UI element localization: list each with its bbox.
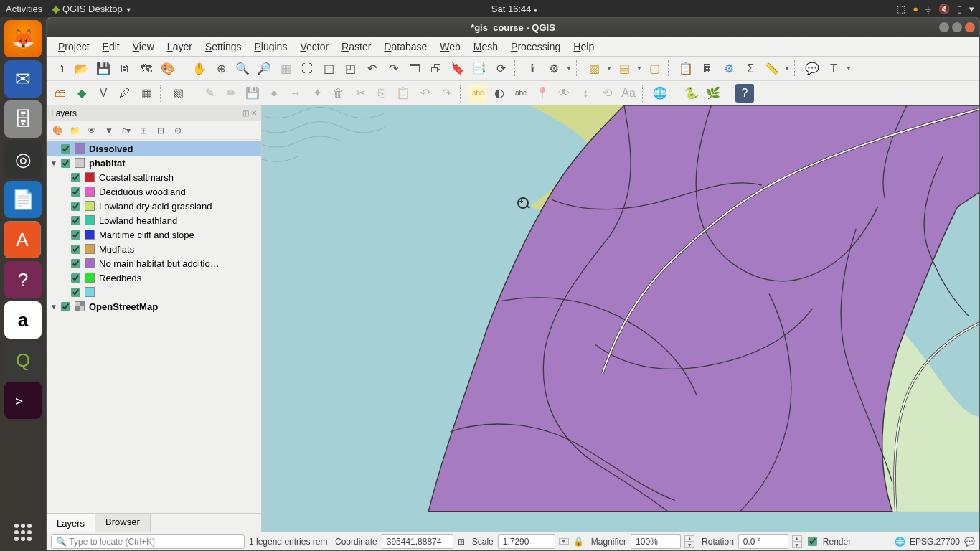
expand-icon[interactable]: ▼ <box>50 159 58 167</box>
menu-processing[interactable]: Processing <box>505 39 566 54</box>
firefox-launcher[interactable]: 🦊 <box>4 20 42 57</box>
crs-label[interactable]: EPSG:27700 <box>910 537 960 547</box>
style-manager-icon[interactable]: 🎨 <box>159 60 177 78</box>
deselect-icon[interactable]: ▢ <box>645 60 664 78</box>
menu-help[interactable]: Help <box>567 39 600 54</box>
scale-field[interactable]: 1:7290 <box>498 534 555 549</box>
browser-tab[interactable]: Browser <box>95 514 151 532</box>
record-icon[interactable]: ● <box>913 4 918 14</box>
layer-visibility-checkbox[interactable] <box>71 173 80 182</box>
close-panel-icon[interactable]: ✕ <box>251 109 257 117</box>
refresh-icon[interactable]: ⟳ <box>491 60 510 78</box>
extents-toggle-icon[interactable]: ⊞ <box>458 537 465 547</box>
zoom-out-icon[interactable]: 🔎 <box>255 60 273 78</box>
zoom-next-icon[interactable]: ↷ <box>384 60 402 78</box>
save-project-icon[interactable]: 💾 <box>94 60 113 78</box>
layer-visibility-checkbox[interactable] <box>61 159 70 168</box>
zoom-full-icon[interactable]: ⛶ <box>298 60 316 78</box>
layer-visibility-checkbox[interactable] <box>71 288 80 297</box>
attribute-table-icon[interactable]: 📋 <box>677 60 695 78</box>
lock-icon[interactable]: 🔒 <box>573 537 584 547</box>
show-apps-button[interactable] <box>4 514 42 551</box>
layer-row[interactable]: Coastal saltmarsh <box>47 170 261 184</box>
metasearch-icon[interactable]: 🌐 <box>651 84 669 103</box>
layer-row[interactable]: Deciduous woodland <box>47 184 261 199</box>
menu-project[interactable]: Project <box>52 39 95 54</box>
move-feature-icon[interactable]: ↔ <box>286 84 305 103</box>
menu-web[interactable]: Web <box>434 39 466 54</box>
select-features-icon[interactable]: ▨ <box>585 60 603 78</box>
software-launcher[interactable]: A <box>4 221 41 258</box>
data-source-icon[interactable]: 🗃 <box>51 84 70 103</box>
help-launcher[interactable]: ? <box>4 261 42 298</box>
annotation-icon[interactable]: T <box>824 60 843 78</box>
layout-manager-icon[interactable]: 🗺 <box>137 60 156 78</box>
layer-row[interactable]: ▼phabitat <box>47 156 261 170</box>
layer-row[interactable]: No main habitat but additio… <box>47 256 261 270</box>
label-tool-icon[interactable]: abc <box>468 84 487 103</box>
python-console-icon[interactable]: 🐍 <box>682 84 701 103</box>
zoom-layer-icon[interactable]: ◰ <box>341 60 359 78</box>
window-titlebar[interactable]: *gis_course - QGIS <box>47 18 979 37</box>
show-bookmarks-icon[interactable]: 📑 <box>470 60 489 78</box>
measure-icon[interactable]: 📏 <box>763 60 781 78</box>
layer-visibility-checkbox[interactable] <box>61 144 70 154</box>
zoom-in-icon[interactable]: 🔍 <box>233 60 252 78</box>
terminal-launcher[interactable]: >_ <box>4 382 42 419</box>
rotation-field[interactable]: 0.0 ° <box>738 534 788 549</box>
expand-all-icon[interactable]: ⊞ <box>137 124 150 137</box>
layer-row[interactable]: Dissolved <box>47 141 261 156</box>
new-3d-view-icon[interactable]: 🗗 <box>427 60 446 78</box>
change-label-icon[interactable]: Aa <box>619 84 638 103</box>
undo-icon[interactable]: ↶ <box>415 84 434 103</box>
redo-icon[interactable]: ↷ <box>437 84 456 103</box>
stats-icon[interactable]: Σ <box>741 60 760 78</box>
layer-row[interactable] <box>47 285 261 299</box>
manage-visibility-icon[interactable]: 👁 <box>85 124 98 137</box>
menu-mesh[interactable]: Mesh <box>468 39 504 54</box>
node-tool-icon[interactable]: ✦ <box>308 84 326 103</box>
filter-legend-icon[interactable]: ▼ <box>103 124 116 137</box>
new-virtual-icon[interactable]: ▦ <box>137 84 156 103</box>
menu-settings[interactable]: Settings <box>199 39 248 54</box>
rot-down[interactable]: ▼ <box>792 542 802 548</box>
magnifier-field[interactable]: 100% <box>631 534 681 549</box>
layer-row[interactable]: Mudflats <box>47 242 261 256</box>
toggle-edit-icon[interactable]: ✏ <box>222 84 240 103</box>
menu-layer[interactable]: Layer <box>161 39 198 54</box>
new-project-icon[interactable]: 🗋 <box>51 60 70 78</box>
add-feature-icon[interactable]: ● <box>265 84 283 103</box>
layer-row[interactable]: Lowland dry acid grassland <box>47 199 261 213</box>
dropbox-icon[interactable]: ⬚ <box>897 4 905 14</box>
menu-plugins[interactable]: Plugins <box>248 39 293 54</box>
render-checkbox[interactable] <box>808 537 817 546</box>
activities-button[interactable]: Activities <box>6 4 42 14</box>
minimize-button[interactable] <box>939 22 949 32</box>
system-tray[interactable]: ⬚ ● ⏚ 🔇 ▯ ▾ <box>897 4 974 14</box>
save-as-icon[interactable]: 🗎 <box>116 60 134 78</box>
crs-icon[interactable]: 🌐 <box>895 537 905 547</box>
collapse-all-icon[interactable]: ⊟ <box>154 124 167 137</box>
diagram-icon[interactable]: ◐ <box>490 84 509 103</box>
map-canvas[interactable]: + <box>262 105 979 532</box>
layer-visibility-checkbox[interactable] <box>71 230 80 240</box>
files-launcher[interactable]: 🗄 <box>4 100 42 138</box>
rhythmbox-launcher[interactable]: ◎ <box>4 141 42 178</box>
save-edits-icon[interactable]: 💾 <box>243 84 262 103</box>
layer-visibility-checkbox[interactable] <box>71 187 80 197</box>
messages-icon[interactable]: 💬 <box>964 537 975 547</box>
remove-layer-icon[interactable]: ⊖ <box>171 124 184 137</box>
new-shapefile-icon[interactable]: V <box>94 84 113 103</box>
action-icon[interactable]: ⚙ <box>545 60 563 78</box>
show-label-icon[interactable]: 👁 <box>555 84 573 103</box>
layer-row[interactable]: Maritime cliff and slope <box>47 227 261 242</box>
libreoffice-launcher[interactable]: 📄 <box>4 181 42 218</box>
maximize-button[interactable] <box>952 22 962 32</box>
power-icon[interactable]: ▾ <box>969 4 974 14</box>
layer-visibility-checkbox[interactable] <box>71 259 80 268</box>
wifi-icon[interactable]: ⏚ <box>925 4 931 14</box>
scale-dropdown[interactable]: ▼ <box>559 538 569 545</box>
add-group-icon[interactable]: 📁 <box>68 124 81 137</box>
delete-icon[interactable]: 🗑 <box>329 84 348 103</box>
grass-icon[interactable]: 🌿 <box>704 84 722 103</box>
